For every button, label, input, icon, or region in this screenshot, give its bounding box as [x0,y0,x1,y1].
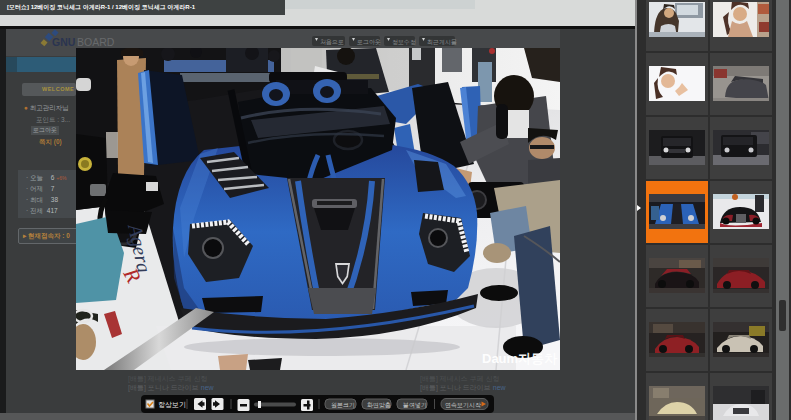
svg-text:Daum자동차: Daum자동차 [482,351,558,366]
svg-text:연속보기시작: 연속보기시작 [445,402,481,408]
svg-text:항상보기: 항상보기 [158,401,186,408]
svg-text:BOARD: BOARD [77,36,115,48]
svg-text:GNU: GNU [52,36,75,48]
svg-text:처음으로: 처음으로 [320,39,344,45]
svg-text:최근게시물: 최근게시물 [427,39,457,45]
svg-text:화면맞춤: 화면맞춤 [367,402,391,408]
svg-text:붙여넣기: 붙여넣기 [403,402,427,408]
svg-text:원본크기: 원본크기 [331,402,355,408]
svg-text:로그아웃: 로그아웃 [357,39,381,45]
svg-text:정보수정: 정보수정 [392,39,416,46]
